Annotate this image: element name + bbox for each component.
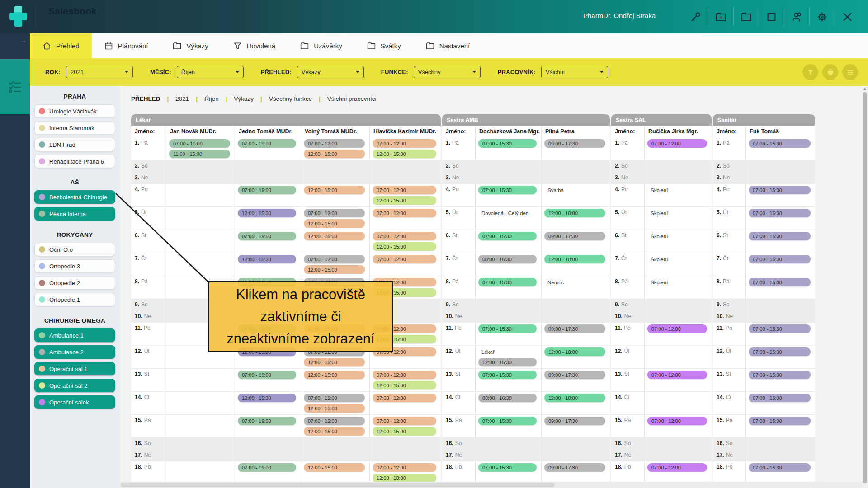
rok-select[interactable]: 2021 — [66, 66, 133, 78]
workplace-item-2-group-2[interactable]: Pěkná Interna — [34, 207, 115, 221]
shift-chip[interactable]: 12:00 - 18:00 — [544, 255, 605, 263]
shift-chip[interactable]: 07:00 - 15:30 — [478, 371, 537, 379]
shift-chip[interactable]: 07:00 - 15:30 — [478, 417, 537, 425]
gear-icon[interactable] — [809, 8, 835, 26]
tab-planovani[interactable]: Plánování — [92, 33, 160, 58]
shift-chip[interactable]: 09:00 - 17:30 — [544, 324, 605, 333]
shift-chip[interactable]: 07:00 - 15:30 — [749, 324, 811, 333]
workplace-list-icon[interactable] — [0, 59, 30, 114]
shift-chip[interactable]: 12:00 - 15:00 — [304, 150, 365, 158]
shift-chip[interactable]: 07:00 - 15:30 — [749, 371, 811, 379]
horizontal-scrollbar[interactable] — [120, 482, 862, 488]
tab-vykazy[interactable]: Výkazy — [160, 33, 220, 58]
shift-chip[interactable]: 07:00 - 12:00 — [373, 463, 436, 472]
shift-chip[interactable]: 07:00 - 19:00 — [238, 463, 296, 472]
workplace-item-2-group-4[interactable]: Ambulance 2 — [34, 345, 115, 359]
shift-chip[interactable]: 12:00 - 15:00 — [373, 196, 436, 205]
shift-chip[interactable]: 12:00 - 18:00 — [544, 347, 605, 356]
workplace-item-1-group-2[interactable]: Bezbolestná Chirurgie — [34, 190, 115, 204]
workplace-item-1-group-3[interactable]: Oční O.o — [34, 243, 115, 256]
workplace-item-1-group-1[interactable]: Urologie Václavák — [34, 104, 115, 118]
close-icon[interactable] — [835, 8, 860, 26]
shift-chip[interactable]: 09:00 - 17:30 — [544, 463, 605, 472]
square-icon[interactable] — [759, 8, 784, 26]
folder-n-icon[interactable]: N — [708, 8, 733, 26]
shift-chip[interactable]: 07:00 - 15:30 — [478, 232, 537, 240]
shift-chip[interactable]: 12:00 - 15:00 — [373, 242, 436, 251]
shift-chip[interactable]: 07:00 - 12:00 — [373, 394, 436, 402]
shift-chip[interactable]: 07:00 - 15:30 — [749, 139, 811, 148]
shift-chip[interactable]: 07:00 - 10:00 — [169, 139, 230, 148]
shift-chip[interactable]: 07:00 - 19:00 — [238, 371, 296, 379]
shift-chip[interactable]: 07:00 - 12:00 — [647, 139, 707, 148]
workplace-item-1-group-4[interactable]: Ambulance 1 — [34, 328, 115, 342]
shift-chip[interactable]: 11:00 - 15:00 — [169, 150, 230, 158]
shift-chip[interactable]: 07:00 - 15:30 — [478, 139, 537, 148]
shift-chip[interactable]: 08:00 - 16:30 — [478, 394, 537, 402]
shift-chip[interactable]: 12:00 - 15:00 — [373, 150, 436, 158]
shift-chip[interactable]: 12:00 - 18:00 — [544, 394, 605, 402]
shift-chip[interactable]: 12:00 - 15:00 — [304, 358, 365, 366]
shift-chip[interactable]: 07:00 - 15:30 — [478, 324, 537, 333]
tab-svatky[interactable]: Svátky — [354, 33, 413, 58]
shift-chip[interactable]: 12:00 - 15:30 — [238, 255, 296, 263]
workplace-item-5-group-4[interactable]: Operační sálek — [34, 395, 115, 409]
collapse-sidebar-icon[interactable]: → — [20, 36, 27, 44]
shift-chip[interactable]: 07:00 - 12:00 — [304, 417, 365, 425]
shift-chip[interactable]: 12:00 - 15:00 — [304, 219, 365, 228]
shift-chip[interactable]: 12:00 - 15:00 — [373, 427, 436, 436]
shift-chip[interactable]: 07:00 - 15:30 — [749, 209, 811, 217]
shift-chip[interactable]: 07:00 - 12:00 — [647, 371, 707, 379]
shift-chip[interactable]: 07:00 - 12:00 — [304, 394, 365, 402]
filter-button[interactable] — [802, 64, 818, 80]
shift-chip[interactable]: 07:00 - 12:00 — [373, 371, 436, 379]
shift-chip[interactable]: 07:00 - 15:30 — [478, 186, 537, 194]
shift-chip[interactable]: 07:00 - 12:00 — [373, 417, 436, 425]
shift-chip[interactable]: 07:00 - 12:00 — [373, 186, 436, 194]
shift-chip[interactable]: 07:00 - 15:30 — [749, 255, 811, 263]
shift-chip[interactable]: 12:00 - 15:00 — [304, 232, 365, 240]
shift-chip[interactable]: 07:00 - 19:00 — [238, 186, 296, 194]
shift-chip[interactable]: 07:00 - 15:30 — [749, 278, 811, 286]
shift-chip[interactable]: 07:00 - 12:00 — [304, 139, 365, 148]
shift-chip[interactable]: 07:00 - 12:00 — [304, 255, 365, 263]
workplace-item-3-group-1[interactable]: LDN Hrad — [34, 138, 115, 151]
shift-chip[interactable]: 08:00 - 16:30 — [478, 255, 537, 263]
shift-chip[interactable]: 07:00 - 15:30 — [749, 417, 811, 425]
shift-chip[interactable]: 12:00 - 15:00 — [304, 404, 365, 413]
shift-chip[interactable]: 07:00 - 19:00 — [238, 232, 296, 240]
horizontal-scrollbar-thumb[interactable] — [121, 483, 555, 487]
mesic-select[interactable]: Říjen — [177, 66, 244, 78]
shift-chip[interactable]: 07:00 - 15:30 — [749, 347, 811, 356]
shift-chip[interactable]: 12:00 - 15:00 — [304, 427, 365, 436]
shift-chip[interactable]: 07:00 - 12:00 — [304, 209, 365, 217]
workplace-item-3-group-4[interactable]: Operační sál 1 — [34, 362, 115, 375]
shift-chip[interactable]: 07:00 - 15:30 — [478, 278, 537, 286]
workplace-item-3-group-3[interactable]: Ortopedie 2 — [34, 276, 115, 290]
prehled-select[interactable]: Výkazy — [297, 66, 364, 78]
shift-chip[interactable]: 07:00 - 15:30 — [749, 394, 811, 402]
tab-dovolena[interactable]: Dovolená — [221, 33, 288, 58]
shift-chip[interactable]: 07:00 - 15:30 — [749, 232, 811, 240]
shift-chip[interactable]: 07:00 - 19:00 — [238, 417, 296, 425]
workplace-item-4-group-1[interactable]: Rehabilitace Praha 6 — [34, 155, 115, 168]
funkce-select[interactable]: Všechny — [414, 66, 481, 78]
workplace-item-2-group-1[interactable]: Interna Staromák — [34, 121, 115, 135]
shift-chip[interactable]: 12:00 - 15:00 — [373, 381, 436, 389]
shift-chip[interactable]: 07:00 - 12:00 — [373, 209, 436, 217]
shift-chip[interactable]: 07:00 - 12:00 — [373, 139, 436, 148]
user-search-icon[interactable] — [784, 8, 809, 26]
shift-chip[interactable]: 12:00 - 15:30 — [478, 358, 537, 366]
shift-chip[interactable]: 12:00 - 18:00 — [544, 209, 605, 217]
printer-button[interactable] — [822, 64, 838, 80]
scroll-up-icon[interactable]: ▲ — [863, 87, 867, 91]
key-icon[interactable] — [683, 8, 708, 26]
tab-prehled[interactable]: Přehled — [30, 33, 92, 58]
shift-chip[interactable]: 07:00 - 19:00 — [238, 139, 296, 148]
shift-chip[interactable]: 12:00 - 15:30 — [238, 209, 296, 217]
tab-uzaverky[interactable]: Uzávěrky — [288, 33, 354, 58]
shift-chip[interactable]: 07:00 - 12:00 — [647, 417, 707, 425]
shift-chip[interactable]: 12:00 - 15:00 — [304, 463, 365, 472]
shift-chip[interactable]: 09:00 - 17:30 — [544, 417, 605, 425]
workplace-item-2-group-3[interactable]: Ortopedie 3 — [34, 259, 115, 273]
